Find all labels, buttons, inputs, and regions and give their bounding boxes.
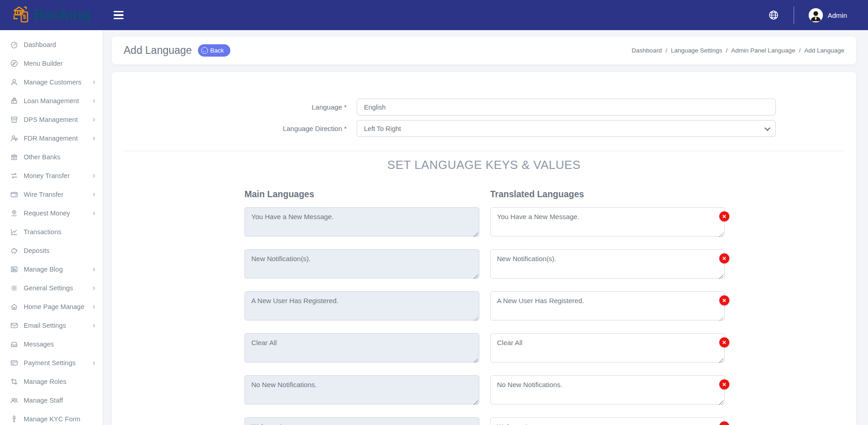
sidebar-item-menu-builder[interactable]: Menu Builder bbox=[0, 54, 103, 73]
main-language-textarea: You Have a New Message. bbox=[244, 207, 479, 236]
gauge-icon bbox=[9, 41, 20, 49]
archive-icon bbox=[9, 115, 20, 124]
chevron-right-icon: › bbox=[93, 77, 95, 86]
chevron-right-icon: › bbox=[93, 96, 95, 105]
translated-language-textarea[interactable]: No New Notifications. bbox=[490, 375, 725, 404]
delete-row-button[interactable]: × bbox=[719, 253, 729, 263]
chevron-right-icon: › bbox=[93, 171, 95, 179]
section-divider bbox=[123, 151, 845, 151]
breadcrumb-separator: / bbox=[799, 47, 800, 54]
language-input[interactable] bbox=[357, 99, 776, 115]
delete-row-button[interactable]: × bbox=[719, 295, 729, 305]
bank-phone-logo-icon: $ bbox=[12, 5, 32, 26]
add-language-card: Language * Language Direction * Left To … bbox=[112, 72, 856, 425]
sidebar-item-home-page-manage[interactable]: Home Page Manage › bbox=[0, 297, 103, 316]
sidebar-item-dps-management[interactable]: DPS Management › bbox=[0, 110, 103, 129]
language-globe-icon[interactable] bbox=[768, 10, 779, 21]
banking-logo[interactable]: $ Banking bbox=[0, 5, 103, 26]
main-language-textarea: A New User Has Registered. bbox=[244, 291, 479, 320]
chevron-right-icon: › bbox=[93, 358, 95, 367]
chevron-right-icon: › bbox=[93, 320, 95, 329]
translated-language-textarea[interactable]: Clear All bbox=[490, 333, 725, 362]
main-language-textarea: Clear All bbox=[244, 333, 479, 362]
cogs-icon bbox=[9, 284, 20, 292]
sidebar-item-email-settings[interactable]: Email Settings › bbox=[0, 316, 103, 335]
translated-language-textarea[interactable]: You Have a New Message. bbox=[490, 207, 725, 236]
user-tag-icon bbox=[9, 134, 20, 142]
sidebar-item-transactions[interactable]: Transactions bbox=[0, 222, 103, 241]
chevron-right-icon: › bbox=[93, 264, 95, 273]
sidebar-item-manage-roles[interactable]: Manage Roles bbox=[0, 372, 103, 391]
sidebar-item-dashboard[interactable]: Dashboard bbox=[0, 35, 103, 54]
main-language-textarea: Welcome! bbox=[244, 417, 479, 425]
money-check-icon bbox=[9, 209, 20, 217]
chevron-right-icon: › bbox=[93, 208, 95, 217]
navbar-divider bbox=[794, 6, 794, 24]
admin-label[interactable]: Admin bbox=[827, 11, 847, 19]
inbox-icon bbox=[9, 340, 20, 348]
main-language-textarea: No New Notifications. bbox=[244, 375, 479, 404]
translated-language-textarea[interactable]: Welcome! bbox=[490, 417, 725, 425]
chevron-right-icon: › bbox=[93, 189, 95, 198]
delete-row-button[interactable]: × bbox=[719, 211, 729, 221]
chart-line-icon bbox=[9, 228, 20, 236]
language-direction-select[interactable]: Left To Right bbox=[357, 120, 776, 137]
chevron-right-icon: › bbox=[93, 133, 95, 142]
delete-row-button[interactable]: × bbox=[719, 337, 729, 347]
users-icon bbox=[9, 396, 20, 404]
admin-avatar[interactable] bbox=[809, 8, 823, 22]
sidebar-item-manage-blog[interactable]: Manage Blog › bbox=[0, 260, 103, 278]
sidebar-item-general-settings[interactable]: General Settings › bbox=[0, 278, 103, 297]
chevron-right-icon: › bbox=[93, 115, 95, 123]
language-key-row: No New Notifications. No New Notificatio… bbox=[244, 375, 725, 406]
sidebar-item-deposits[interactable]: Deposits bbox=[0, 241, 103, 260]
sidebar: Dashboard Menu Builder Manage Customers … bbox=[0, 30, 103, 425]
language-key-row: Clear All Clear All × bbox=[244, 333, 725, 364]
sidebar-item-payment-settings[interactable]: Payment Settings › bbox=[0, 353, 103, 372]
credit-card-icon bbox=[9, 359, 20, 367]
language-direction-label: Language Direction * bbox=[112, 125, 357, 132]
sidebar-item-request-money[interactable]: Request Money › bbox=[0, 204, 103, 222]
home-icon bbox=[9, 303, 20, 311]
brand-name: Banking bbox=[34, 7, 91, 23]
breadcrumb-separator: / bbox=[726, 47, 728, 54]
page-header-card: Add Language ← Back Dashboard/Language S… bbox=[112, 37, 856, 64]
wallet-icon bbox=[9, 190, 20, 199]
sidebar-item-manage-kyc-form[interactable]: Manage KYC Form bbox=[0, 409, 103, 425]
language-label: Language * bbox=[112, 103, 357, 111]
breadcrumb-item[interactable]: Admin Panel Language bbox=[731, 47, 795, 54]
breadcrumb: Dashboard/Language Settings/Admin Panel … bbox=[632, 47, 844, 54]
compass-icon bbox=[9, 59, 20, 68]
translated-language-textarea[interactable]: New Notification(s). bbox=[490, 249, 725, 278]
sidebar-item-other-banks[interactable]: Other Banks bbox=[0, 147, 103, 166]
sidebar-toggle-button[interactable] bbox=[114, 11, 124, 20]
main-languages-header: Main Languages bbox=[244, 189, 479, 199]
person-icon bbox=[9, 415, 20, 423]
crop-icon bbox=[9, 378, 20, 386]
delete-row-button[interactable]: × bbox=[719, 379, 729, 389]
sidebar-item-manage-staff[interactable]: Manage Staff bbox=[0, 391, 103, 409]
user-icon bbox=[9, 78, 20, 86]
chevron-right-icon: › bbox=[93, 302, 95, 310]
bank-icon bbox=[9, 153, 20, 161]
translated-languages-header: Translated Languages bbox=[490, 189, 725, 199]
svg-text:$: $ bbox=[23, 14, 26, 20]
arrow-left-icon: ← bbox=[201, 47, 208, 54]
breadcrumb-item[interactable]: Dashboard bbox=[632, 47, 662, 54]
breadcrumb-separator: / bbox=[665, 47, 667, 54]
breadcrumb-item[interactable]: Add Language bbox=[804, 47, 844, 54]
page-title: Add Language bbox=[124, 44, 192, 57]
breadcrumb-item[interactable]: Language Settings bbox=[671, 47, 722, 54]
cash-register-icon bbox=[9, 97, 20, 105]
back-button[interactable]: ← Back bbox=[198, 44, 230, 57]
sidebar-item-messages[interactable]: Messages bbox=[0, 335, 103, 353]
sidebar-item-wire-transfer[interactable]: Wire Transfer › bbox=[0, 185, 103, 204]
translated-language-textarea[interactable]: A New User Has Registered. bbox=[490, 291, 725, 320]
language-key-row: New Notification(s). New Notification(s)… bbox=[244, 249, 725, 280]
sidebar-item-fdr-management[interactable]: FDR Management › bbox=[0, 129, 103, 147]
sidebar-item-manage-customers[interactable]: Manage Customers › bbox=[0, 73, 103, 91]
language-key-row: You Have a New Message. You Have a New M… bbox=[244, 207, 725, 238]
exchange-icon bbox=[9, 172, 20, 180]
sidebar-item-money-transfer[interactable]: Money Transfer › bbox=[0, 166, 103, 185]
sidebar-item-loan-management[interactable]: Loan Management › bbox=[0, 91, 103, 110]
